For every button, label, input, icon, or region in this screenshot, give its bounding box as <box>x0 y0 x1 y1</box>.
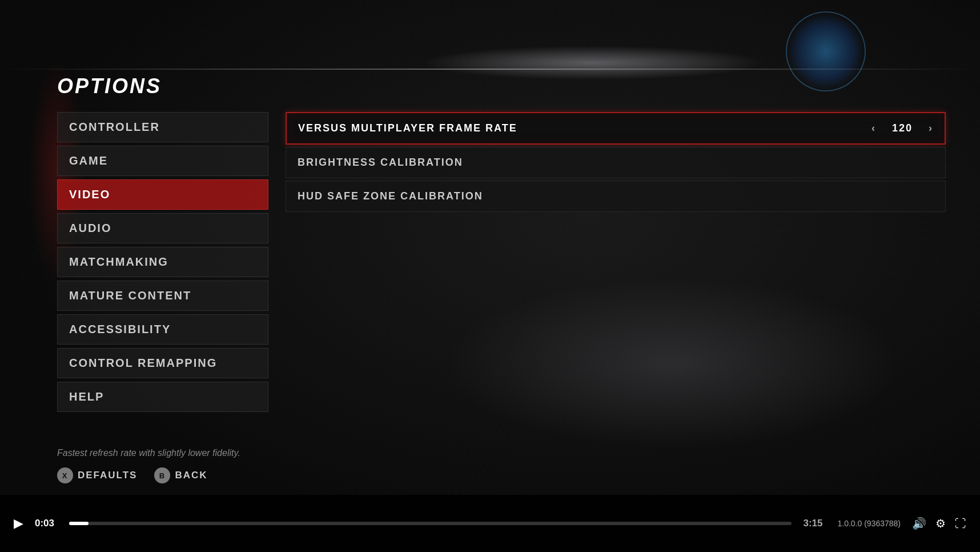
sidebar-item-game[interactable]: GAME <box>57 146 268 176</box>
video-player-bar: ▶ 0:03 3:15 1.0.0.0 (9363788) 🔊 ⚙ ⛶ <box>0 495 980 552</box>
video-controls-right: 🔊 ⚙ ⛶ <box>912 517 966 530</box>
sidebar-item-audio[interactable]: AUDIO <box>57 213 268 243</box>
progress-bar-fill <box>69 522 89 525</box>
setting-label-versus-frame-rate: VERSUS MULTIPLAYER FRAME RATE <box>298 122 871 134</box>
volume-icon[interactable]: 🔊 <box>912 517 926 530</box>
setting-value-versus-frame-rate: 120 <box>885 122 919 134</box>
setting-hud-safe-zone[interactable]: HUD SAFE ZONE CALIBRATION <box>286 181 946 212</box>
total-time: 3:15 <box>803 518 826 529</box>
footer-buttons: X DEFAULTS B BACK <box>57 467 946 483</box>
sidebar-item-accessibility[interactable]: ACCESSIBILITY <box>57 314 268 345</box>
hint-text: Fastest refresh rate with slightly lower… <box>57 448 946 458</box>
sidebar-item-mature-content[interactable]: MATURE CONTENT <box>57 281 268 311</box>
sidebar-item-controller[interactable]: CONTROLLER <box>57 112 268 142</box>
back-button-label: BACK <box>175 470 207 481</box>
sidebar-item-help[interactable]: HELP <box>57 382 268 412</box>
setting-label-brightness: BRIGHTNESS CALIBRATION <box>298 157 934 169</box>
sidebar-item-video[interactable]: VIDEO <box>57 179 268 210</box>
setting-controls-versus-frame-rate: ‹ 120 › <box>871 122 933 134</box>
footer-area: Fastest refresh rate with slightly lower… <box>57 448 946 483</box>
back-button[interactable]: B BACK <box>154 467 207 483</box>
chevron-right-icon[interactable]: › <box>929 122 933 134</box>
settings-panel: VERSUS MULTIPLAYER FRAME RATE ‹ 120 › BR… <box>286 112 946 212</box>
play-button[interactable]: ▶ <box>14 516 23 531</box>
setting-brightness-calibration[interactable]: BRIGHTNESS CALIBRATION <box>286 147 946 178</box>
settings-icon[interactable]: ⚙ <box>935 517 946 530</box>
sidebar-item-control-remapping[interactable]: CONTROL REMAPPING <box>57 348 268 378</box>
back-button-icon: B <box>154 467 170 483</box>
page-title: OPTIONS <box>57 74 946 98</box>
fullscreen-icon[interactable]: ⛶ <box>955 517 966 530</box>
main-layout: CONTROLLER GAME VIDEO AUDIO MATCHMAKING … <box>57 112 946 412</box>
current-time: 0:03 <box>35 518 58 529</box>
main-content: OPTIONS CONTROLLER GAME VIDEO AUDIO MATC… <box>57 74 946 483</box>
version-label: 1.0.0.0 (9363788) <box>837 519 901 528</box>
sidebar-item-matchmaking[interactable]: MATCHMAKING <box>57 247 268 277</box>
setting-versus-multiplayer-frame-rate[interactable]: VERSUS MULTIPLAYER FRAME RATE ‹ 120 › <box>286 112 946 145</box>
defaults-button-icon: X <box>57 467 73 483</box>
sidebar: CONTROLLER GAME VIDEO AUDIO MATCHMAKING … <box>57 112 268 412</box>
chevron-left-icon[interactable]: ‹ <box>871 122 876 134</box>
defaults-button[interactable]: X DEFAULTS <box>57 467 137 483</box>
setting-label-hud-safe-zone: HUD SAFE ZONE CALIBRATION <box>298 190 934 202</box>
title-separator <box>0 69 980 70</box>
progress-bar[interactable] <box>69 522 792 525</box>
defaults-button-label: DEFAULTS <box>78 470 137 481</box>
